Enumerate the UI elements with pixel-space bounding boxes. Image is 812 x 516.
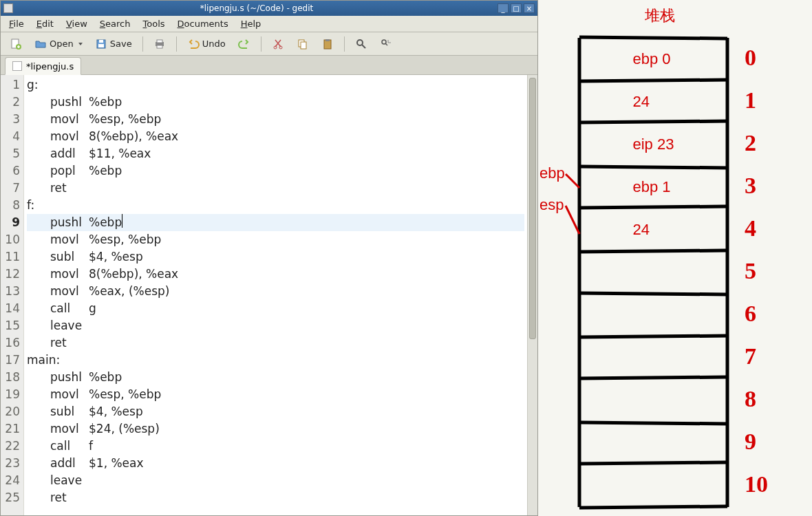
svg-text:9: 9 — [745, 429, 756, 454]
undo-label: Undo — [202, 39, 226, 49]
app-icon — [3, 3, 13, 13]
toolbar-separator — [176, 36, 177, 52]
vertical-scrollbar[interactable] — [527, 75, 537, 515]
svg-rect-3 — [99, 40, 103, 43]
code-line[interactable]: pushl%ebp — [27, 94, 524, 111]
toolbar-separator — [261, 36, 261, 52]
svg-text:ebp 1: ebp 1 — [633, 178, 671, 195]
maximize-button[interactable]: □ — [511, 3, 522, 13]
toolbar-separator — [344, 36, 345, 52]
svg-rect-4 — [98, 44, 104, 47]
code-line[interactable]: ret — [27, 180, 524, 197]
svg-text:24: 24 — [633, 93, 650, 110]
code-line[interactable]: callg — [27, 300, 524, 317]
code-line[interactable]: movl$24, (%esp) — [27, 420, 524, 438]
svg-line-36 — [566, 206, 579, 234]
menubar: File Edit View Search Tools Documents He… — [1, 16, 537, 32]
file-tab[interactable]: *lipengju.s — [5, 57, 81, 75]
menu-file[interactable]: File — [3, 17, 30, 30]
svg-text:eip 23: eip 23 — [633, 136, 674, 153]
code-line[interactable]: f: — [27, 197, 524, 214]
scrollbar-thumb[interactable] — [529, 78, 536, 339]
svg-text:3: 3 — [745, 173, 756, 198]
svg-text:8: 8 — [745, 386, 756, 411]
svg-rect-13 — [325, 39, 330, 41]
save-button[interactable]: Save — [90, 35, 137, 53]
svg-text:4: 4 — [745, 215, 756, 241]
undo-button[interactable]: Undo — [182, 35, 231, 53]
search-icon — [355, 38, 367, 50]
redo-icon — [238, 38, 250, 50]
menu-tools[interactable]: Tools — [138, 17, 171, 30]
code-line[interactable]: main: — [27, 352, 524, 369]
print-icon — [153, 38, 166, 50]
code-line[interactable]: callf — [27, 438, 524, 455]
menu-documents[interactable]: Documents — [172, 17, 234, 30]
code-line[interactable]: g: — [27, 76, 524, 94]
window-title: *lipengju.s (~/Code) - gedit — [16, 3, 498, 13]
code-line[interactable]: pushl%ebp — [27, 369, 524, 386]
chevron-down-icon — [78, 43, 83, 45]
find-button[interactable] — [350, 35, 372, 53]
code-line[interactable]: movl%esp, %ebp — [27, 111, 524, 128]
copy-button[interactable] — [292, 35, 314, 53]
code-area[interactable]: g:pushl%ebpmovl%esp, %ebpmovl8(%ebp), %e… — [24, 75, 527, 515]
gedit-window: *lipengju.s (~/Code) - gedit _ □ × File … — [0, 0, 538, 516]
code-line[interactable]: subl$4, %esp — [27, 403, 524, 420]
svg-line-35 — [566, 174, 579, 188]
print-button[interactable] — [149, 35, 171, 53]
cut-icon — [272, 38, 284, 50]
svg-text:5: 5 — [745, 258, 756, 283]
code-line[interactable]: addl$11, %eax — [27, 145, 524, 162]
menu-edit[interactable]: Edit — [31, 17, 59, 30]
svg-text:0: 0 — [745, 45, 756, 70]
svg-rect-6 — [157, 40, 162, 43]
code-line[interactable]: movl8(%ebp), %eax — [27, 266, 524, 283]
svg-text:24: 24 — [633, 221, 650, 238]
text-caret — [122, 214, 122, 228]
redo-button[interactable] — [233, 35, 255, 53]
code-line[interactable]: subl$4, %esp — [27, 248, 524, 266]
code-line[interactable]: leave — [27, 472, 524, 489]
svg-text:esp: esp — [539, 196, 564, 213]
save-icon — [95, 38, 107, 50]
paste-button[interactable] — [317, 35, 339, 53]
code-line[interactable]: movl8(%ebp), %eax — [27, 128, 524, 145]
code-line[interactable]: movl%eax, (%esp) — [27, 283, 524, 300]
close-button[interactable]: × — [524, 3, 535, 13]
toolbar: Open Save Undo — [1, 32, 537, 56]
open-label: Open — [50, 39, 74, 49]
find-replace-button[interactable] — [375, 35, 397, 53]
code-line[interactable]: movl%esp, %ebp — [27, 386, 524, 403]
tab-label: *lipengju.s — [26, 61, 74, 72]
find-replace-icon — [380, 38, 392, 50]
menu-search[interactable]: Search — [94, 17, 136, 30]
svg-text:2: 2 — [745, 130, 756, 155]
editor[interactable]: 1234567891011121314151617181920212223242… — [1, 75, 537, 515]
copy-icon — [297, 38, 309, 50]
code-line[interactable]: leave — [27, 317, 524, 334]
tabstrip: *lipengju.s — [1, 56, 537, 75]
folder-open-icon — [34, 38, 47, 50]
svg-text:ebp: ebp — [539, 164, 565, 182]
cut-button[interactable] — [267, 35, 289, 53]
save-label: Save — [110, 39, 132, 49]
new-file-button[interactable] — [5, 35, 27, 53]
new-file-icon — [10, 38, 22, 50]
window-controls: _ □ × — [498, 3, 535, 13]
code-line[interactable]: movl%esp, %ebp — [27, 231, 524, 248]
open-button[interactable]: Open — [30, 35, 87, 53]
code-line[interactable]: pushl%ebp — [27, 214, 524, 231]
svg-text:10: 10 — [745, 471, 768, 497]
menu-view[interactable]: View — [61, 17, 93, 30]
minimize-button[interactable]: _ — [498, 3, 509, 13]
code-line[interactable]: ret — [27, 334, 524, 352]
svg-text:1: 1 — [745, 87, 756, 113]
code-line[interactable]: popl%ebp — [27, 162, 524, 180]
svg-point-14 — [357, 40, 363, 45]
code-line[interactable]: addl$1, %eax — [27, 455, 524, 472]
menu-help[interactable]: Help — [235, 17, 267, 30]
titlebar: *lipengju.s (~/Code) - gedit _ □ × — [1, 1, 537, 16]
undo-icon — [187, 38, 200, 50]
code-line[interactable]: ret — [27, 489, 524, 506]
